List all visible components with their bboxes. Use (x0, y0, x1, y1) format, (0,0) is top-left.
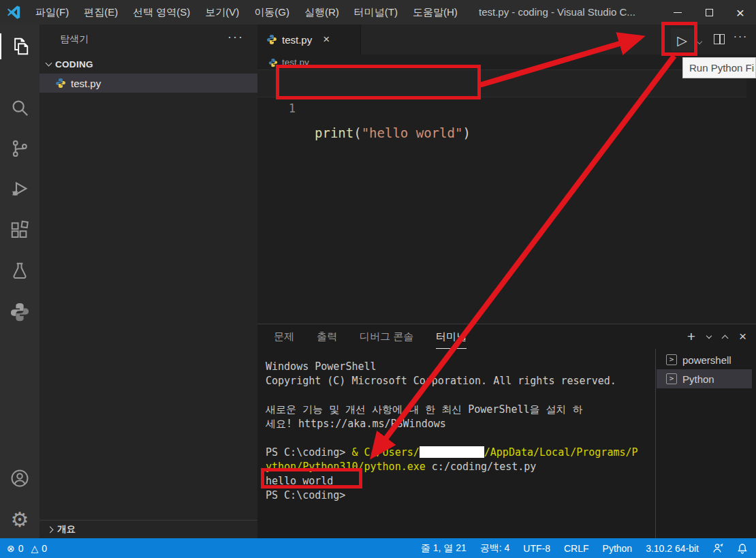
activity-explorer[interactable] (0, 30, 40, 63)
explorer-header: 탐색기 ··· (40, 25, 257, 55)
activity-run-debug[interactable] (0, 173, 40, 206)
command-path: & C:/Users/ (351, 446, 419, 459)
menu-run[interactable]: 실행(R) (297, 0, 347, 25)
tab-testpy[interactable]: test.py × (257, 25, 361, 55)
activity-testing[interactable] (0, 255, 40, 288)
explorer-title: 탐색기 (60, 33, 89, 46)
tab-debug-console[interactable]: 디버그 콘솔 (360, 324, 413, 349)
editor-more-actions-icon[interactable]: ··· (734, 30, 748, 44)
menu-edit[interactable]: 편집(E) (76, 0, 125, 25)
activity-extensions[interactable] (0, 214, 40, 247)
activity-source-control[interactable] (0, 132, 40, 165)
file-name: test.py (71, 78, 101, 89)
minimize-button[interactable] (662, 0, 693, 25)
problems-status[interactable]: ⊗ 0 △ 0 (7, 543, 47, 554)
maximize-panel-chevron-icon[interactable] (721, 335, 728, 341)
menu-view[interactable]: 보기(V) (198, 0, 247, 25)
activity-settings[interactable]: ⚙ (0, 503, 40, 536)
tab-terminal[interactable]: 터미널 (436, 324, 467, 349)
activity-python[interactable] (0, 296, 40, 328)
line-number: 1 (282, 96, 296, 121)
explorer-sidebar: 탐색기 ··· CODING test.py 개요 (40, 25, 257, 538)
gear-icon: ⚙ (11, 508, 29, 531)
panel-actions: + × (687, 324, 746, 349)
menu-help[interactable]: 도움말(H) (405, 0, 465, 25)
run-dropdown-chevron-icon[interactable] (697, 39, 702, 44)
run-python-file-button[interactable]: ▷ (671, 29, 693, 51)
language-mode[interactable]: Python (603, 543, 633, 554)
terminal-dropdown-chevron-icon[interactable] (706, 332, 712, 338)
terminal-item-label: powershell (682, 354, 731, 366)
activity-bar: ⚙ (0, 25, 40, 538)
terminal-item-python[interactable]: > Python (657, 369, 752, 388)
tab-close-icon[interactable]: × (323, 33, 330, 46)
account-icon (10, 468, 30, 489)
close-panel-icon[interactable]: × (739, 329, 746, 344)
status-right: 줄 1, 열 21 공백: 4 UTF-8 CRLF Python 3.10.2… (421, 542, 748, 555)
breadcrumb[interactable]: test.py (257, 55, 756, 70)
terminal-line: Windows PowerShell (266, 360, 654, 374)
explorer-more-actions-icon[interactable]: ··· (227, 30, 244, 44)
title-bar: 파일(F) 편집(E) 선택 영역(S) 보기(V) 이동(G) 실행(R) 터… (0, 0, 756, 25)
terminal-instance-list: > powershell > Python (657, 350, 752, 388)
menu-selection[interactable]: 선택 영역(S) (125, 0, 198, 25)
errors-count: 0 (18, 543, 24, 554)
indentation[interactable]: 공백: 4 (480, 542, 510, 555)
menu-go[interactable]: 이동(G) (247, 0, 297, 25)
maximize-button[interactable] (693, 0, 725, 25)
active-indicator (0, 33, 1, 59)
terminal-item-powershell[interactable]: > powershell (657, 350, 752, 369)
tab-problems[interactable]: 문제 (274, 324, 294, 349)
maximize-icon (706, 9, 713, 16)
terminal-line: 세요! https://aka.ms/PSWindows (266, 417, 654, 431)
terminal-icon: > (666, 354, 677, 365)
split-editor-icon[interactable] (714, 34, 725, 44)
activity-search[interactable] (0, 91, 40, 124)
code-text: print("hello world") (315, 121, 471, 145)
outline-section[interactable]: 개요 (40, 520, 257, 538)
menu-terminal[interactable]: 터미널(T) (347, 0, 405, 25)
breadcrumb-file: test.py (282, 57, 309, 67)
vscode-window: 파일(F) 편집(E) 선택 영역(S) 보기(V) 이동(G) 실행(R) 터… (0, 0, 756, 558)
run-python-file-tooltip: Run Python Fi (682, 57, 756, 78)
file-item-testpy[interactable]: test.py (40, 74, 257, 93)
python-interpreter[interactable]: 3.10.2 64-bit (646, 543, 699, 554)
status-bar: ⊗ 0 △ 0 줄 1, 열 21 공백: 4 UTF-8 CRLF Pytho… (0, 538, 756, 558)
command-argument: c:/coding/test.py (426, 461, 537, 473)
eol-sequence[interactable]: CRLF (564, 543, 589, 554)
terminal-command-line: PS C:\coding> & C:/Users//AppData/Local/… (266, 446, 654, 460)
outline-label: 개요 (57, 523, 76, 536)
terminal-output[interactable]: Windows PowerShell Copyright (C) Microso… (266, 360, 654, 538)
terminal-icon: > (666, 373, 677, 384)
code-line-1[interactable]: 1 print("hello world") (257, 72, 756, 96)
cursor-position[interactable]: 줄 1, 열 21 (421, 542, 467, 555)
redacted-username (420, 446, 484, 458)
menu-bar: 파일(F) 편집(E) 선택 영역(S) 보기(V) 이동(G) 실행(R) 터… (28, 0, 465, 25)
source-control-branch-icon (10, 138, 30, 159)
extensions-icon (10, 220, 30, 241)
panel-tabs: 문제 출력 디버그 콘솔 터미널 (274, 324, 467, 349)
terminal-output-hello-world: hello world (266, 474, 654, 489)
new-terminal-icon[interactable]: + (687, 330, 695, 343)
tab-output[interactable]: 출력 (317, 324, 337, 349)
close-button[interactable]: × (725, 0, 756, 25)
tab-label: test.py (282, 34, 312, 46)
feedback-person-icon[interactable] (712, 543, 723, 554)
encoding[interactable]: UTF-8 (523, 543, 550, 554)
code-paren-open: ( (353, 125, 361, 140)
vscode-logo-icon (6, 5, 21, 20)
notifications-bell-icon[interactable] (737, 543, 748, 554)
terminal-line (266, 431, 654, 446)
command-path: /AppData/Local/Programs/P (484, 446, 638, 459)
command-path: ython/Python310/python.exe (266, 461, 426, 473)
folder-name: CODING (55, 59, 93, 69)
editor-group: test.py × ▷ ··· test.py 1 print("hello w… (257, 25, 756, 324)
folder-section-coding[interactable]: CODING (40, 56, 257, 72)
terminal-line: Copyright (C) Microsoft Corporation. All… (266, 374, 654, 388)
terminal-prompt: PS C:\coding> (266, 446, 351, 459)
python-extension-icon (10, 302, 30, 322)
menu-file[interactable]: 파일(F) (28, 0, 76, 25)
terminal-line (266, 388, 654, 403)
testing-flask-icon (10, 261, 30, 281)
activity-account[interactable] (0, 462, 40, 495)
